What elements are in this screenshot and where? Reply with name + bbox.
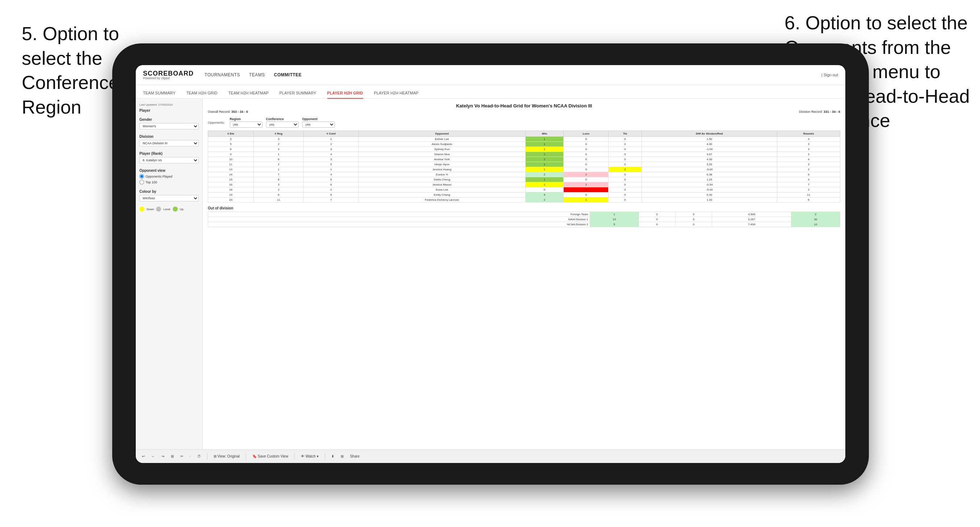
- table-row: 6 3 3 Sydney Kuo 1 0 0 -1.00 3: [208, 147, 840, 152]
- radio-opponents-played[interactable]: Opponents Played: [139, 174, 199, 179]
- time-btn[interactable]: ⏱: [196, 454, 203, 459]
- cell-rounds: 3: [777, 152, 840, 157]
- table-row: 20 11 7 Federica Domecq Lacroze 2 1 0 1.…: [208, 197, 840, 203]
- table-row: 5 2 2 Alexis Sudjianto 1 0 0 4.00 3: [208, 142, 840, 147]
- save-custom-btn[interactable]: 🔖 Save Custom View: [251, 454, 290, 459]
- cell-loss: 0: [564, 167, 609, 172]
- cell-tie: 0: [609, 197, 642, 203]
- ood-loss: 0: [639, 222, 675, 227]
- ood-rounds: 10: [791, 222, 840, 227]
- cell-win: 2: [525, 157, 564, 162]
- th-opponent: Opponent: [358, 131, 525, 137]
- subnav-team-h2h-heatmap[interactable]: TEAM H2H HEATMAP: [228, 91, 269, 99]
- cell-reg: 2: [254, 142, 304, 147]
- cell-opponent: Federica Domecq Lacroze: [358, 197, 525, 203]
- cell-win: 4: [525, 192, 564, 197]
- grid-btn[interactable]: ⊞: [169, 454, 176, 459]
- cell-diff: 1.50: [641, 137, 777, 142]
- nav-right: | Sign out: [821, 73, 838, 77]
- cell-div: 13: [208, 167, 254, 172]
- cell-rounds: 3: [777, 162, 840, 167]
- left-panel: Last Updated: 27/03/2024 Player Gender W…: [136, 99, 203, 449]
- subnav-team-summary[interactable]: TEAM SUMMARY: [143, 91, 176, 99]
- th-loss: Loss: [564, 131, 609, 137]
- radio-top100[interactable]: Top 100: [139, 180, 199, 184]
- cell-conf: 1: [304, 137, 359, 142]
- conference-select[interactable]: (All): [266, 122, 299, 128]
- cell-diff: 3.67: [641, 152, 777, 157]
- cell-opponent: Jessica Mason: [358, 182, 525, 187]
- tablet-frame: SCOREBOARD Powered by clippd TOURNAMENTS…: [112, 43, 869, 485]
- cell-conf: 6: [304, 182, 359, 187]
- region-select[interactable]: (All): [230, 122, 262, 128]
- table-row: 9 1 4 Sharon Mun 1 0 0 3.67 3: [208, 152, 840, 157]
- redo-btn[interactable]: ↪: [160, 454, 166, 459]
- watch-btn[interactable]: 👁 Watch ▾: [299, 454, 320, 459]
- subnav-player-h2h-grid[interactable]: PLAYER H2H GRID: [327, 91, 363, 99]
- nav-teams[interactable]: TEAMS: [249, 72, 265, 78]
- ood-tie: 0: [675, 217, 712, 222]
- ood-diff: 4.500: [712, 212, 791, 217]
- cell-conf: 1: [304, 167, 359, 172]
- cell-div: 10: [208, 157, 254, 162]
- opponent-select[interactable]: (All): [302, 122, 335, 128]
- cell-rounds: 9: [777, 172, 840, 177]
- nav-items: TOURNAMENTS TEAMS COMMITTEE: [205, 72, 302, 78]
- cell-win: 2: [525, 197, 564, 203]
- cell-conf: 2: [304, 187, 359, 192]
- ood-win: 15: [590, 217, 639, 222]
- cut-btn[interactable]: ✂: [178, 454, 185, 459]
- cell-conf: 4: [304, 172, 359, 177]
- division-select[interactable]: NCAA Division III: [139, 140, 199, 146]
- opponent-view-label: Opponent view: [139, 168, 199, 173]
- undo-btn[interactable]: ↩: [140, 454, 146, 459]
- back-btn[interactable]: ←: [150, 454, 157, 459]
- cell-tie: 0: [609, 192, 642, 197]
- last-updated: Last Updated: 27/03/2024: [139, 103, 199, 106]
- cell-loss: 0: [564, 137, 609, 142]
- opponent-view-section: Opponent view Opponents Played Top 100: [139, 168, 199, 184]
- view-original-btn[interactable]: ⊞ View: Original: [212, 454, 242, 459]
- share-btn[interactable]: Share: [348, 454, 362, 459]
- gender-select[interactable]: Women's Men's: [139, 123, 199, 130]
- cell-tie: 0: [609, 182, 642, 187]
- player-rank-select[interactable]: 8. Katelyn Vo: [139, 157, 199, 163]
- cell-opponent: Andrea York: [358, 157, 525, 162]
- bottom-toolbar: ↩ ← ↪ ⊞ ✂ · ⏱ ⊞ View: Original 🔖 Save Cu…: [136, 449, 845, 463]
- player-section: Player: [139, 108, 199, 113]
- colour-by-select[interactable]: Win/loss: [139, 195, 199, 202]
- player-rank-label: Player (Rank): [139, 152, 199, 156]
- main-content: Last Updated: 27/03/2024 Player Gender W…: [136, 99, 845, 449]
- dot-btn[interactable]: ·: [188, 454, 192, 459]
- cell-div: 20: [208, 197, 254, 203]
- separator2: [246, 453, 246, 460]
- subnav-player-summary[interactable]: PLAYER SUMMARY: [280, 91, 317, 99]
- cell-loss: 0: [564, 142, 609, 147]
- nav-tournaments[interactable]: TOURNAMENTS: [205, 72, 240, 78]
- ood-table-row: NAIA Division 1 15 0 0 9.267 30: [208, 217, 840, 222]
- colour-by-section: Colour by Win/loss: [139, 189, 199, 202]
- legend-dot-down: [139, 206, 145, 211]
- cell-win: 1: [525, 177, 564, 182]
- cell-loss: 0: [564, 162, 609, 167]
- nav-committee[interactable]: COMMITTEE: [274, 72, 302, 78]
- legend-dot-level: [156, 206, 161, 211]
- conference-filter-label: Conference: [266, 117, 299, 121]
- logo-subtext: Powered by clippd: [143, 77, 194, 80]
- subnav-player-h2h-heatmap[interactable]: PLAYER H2H HEATMAP: [374, 91, 418, 99]
- grid-records: Overall Record: 353 - 34 - 6 Division Re…: [208, 110, 840, 114]
- legend-label-up: Up: [180, 208, 183, 211]
- h2h-table: # Div # Reg # Conf Opponent Win Loss Tie…: [208, 130, 840, 203]
- cell-diff: 0.38: [641, 172, 777, 177]
- separator1: [207, 453, 207, 460]
- ood-loss: 0: [639, 212, 675, 217]
- subnav-team-h2h-grid[interactable]: TEAM H2H GRID: [186, 91, 218, 99]
- ood-rounds: 30: [791, 217, 840, 222]
- cell-opponent: Jessica Huang: [358, 167, 525, 172]
- cell-tie: 0: [609, 172, 642, 177]
- sign-out[interactable]: Sign out: [824, 73, 838, 77]
- grid2-btn[interactable]: ⊞: [339, 454, 345, 459]
- division-section: Division NCAA Division III: [139, 135, 199, 146]
- download-btn[interactable]: ⬇: [329, 454, 336, 459]
- cell-opponent: Stella Cheng: [358, 177, 525, 182]
